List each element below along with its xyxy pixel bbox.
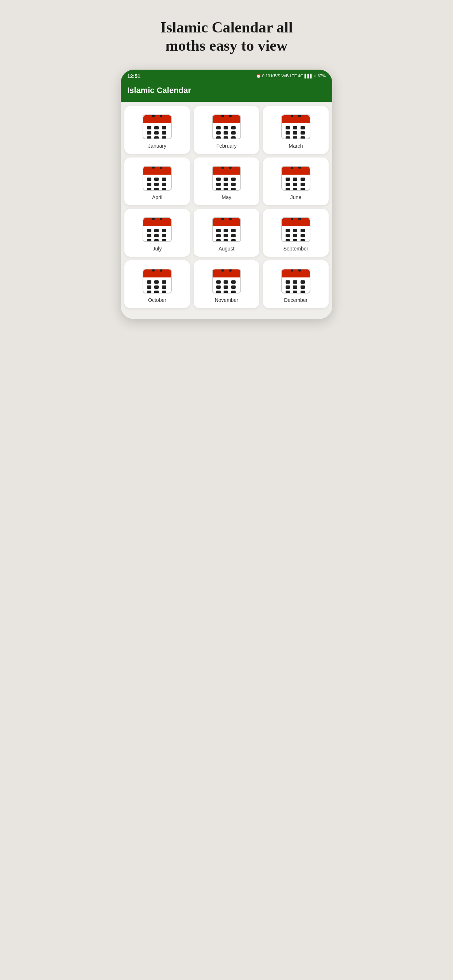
calendar-dot: [223, 239, 228, 242]
calendar-icon-september: [281, 215, 310, 242]
month-card-september[interactable]: September: [263, 209, 329, 257]
calendar-dot: [216, 183, 221, 186]
calendar-dot: [162, 131, 166, 135]
calendar-dot: [154, 188, 159, 191]
headline-line1: Islamic Calendar all: [160, 19, 292, 36]
month-label-july: July: [153, 246, 162, 251]
calendar-dot: [216, 285, 221, 289]
calendar-dot: [147, 188, 152, 191]
month-label-june: June: [290, 194, 301, 200]
calendar-icon-february: [212, 112, 241, 139]
calendar-dot: [286, 136, 290, 139]
calendar-dot: [147, 183, 152, 186]
calendar-dot: [293, 178, 297, 181]
calendar-grid: JanuaryFebruaryMarchAprilMayJuneJulyAugu…: [121, 102, 332, 319]
status-icons: ⏰ 0.13 KB/S VoB LTE 4G ▌▌▌ ○ 67%: [256, 74, 326, 78]
calendar-dot: [293, 183, 297, 186]
calendar-dot: [223, 280, 228, 284]
month-card-december[interactable]: December: [263, 260, 329, 308]
calendar-dot: [293, 234, 297, 237]
month-label-october: October: [148, 297, 166, 303]
calendar-dot: [154, 178, 159, 181]
calendar-dot: [286, 183, 290, 186]
calendar-dot: [286, 126, 290, 129]
calendar-dot: [154, 183, 159, 186]
month-card-march[interactable]: March: [263, 106, 329, 154]
calendar-dot: [147, 136, 152, 139]
calendar-icon-june: [281, 163, 310, 191]
calendar-dot: [301, 136, 305, 139]
calendar-dot: [286, 291, 290, 293]
calendar-dot: [154, 285, 159, 289]
calendar-dot: [147, 291, 152, 293]
month-label-may: May: [222, 194, 231, 200]
calendar-icon-december: [281, 266, 310, 293]
calendar-icon-november: [212, 266, 241, 293]
page-wrapper: Islamic Calendar all moths easy to view …: [113, 7, 340, 319]
calendar-dot: [231, 229, 236, 232]
phone-frame: 12:51 ⏰ 0.13 KB/S VoB LTE 4G ▌▌▌ ○ 67% I…: [121, 70, 332, 319]
calendar-dot: [216, 291, 221, 293]
calendar-dot: [223, 178, 228, 181]
calendar-icon-march: [281, 112, 310, 139]
calendar-dot: [147, 178, 152, 181]
calendar-dot: [223, 285, 228, 289]
calendar-dot: [286, 285, 290, 289]
month-label-february: February: [216, 143, 237, 149]
calendar-dot: [231, 183, 236, 186]
month-label-november: November: [215, 297, 239, 303]
calendar-dot: [301, 183, 305, 186]
calendar-dot: [154, 126, 159, 129]
calendar-dot: [293, 291, 297, 293]
calendar-dot: [223, 131, 228, 135]
month-card-may[interactable]: May: [194, 158, 259, 205]
month-card-august[interactable]: August: [194, 209, 259, 257]
calendar-dot: [162, 188, 166, 191]
calendar-dot: [154, 136, 159, 139]
calendar-dot: [231, 291, 236, 293]
calendar-dot: [301, 291, 305, 293]
calendar-dot: [231, 178, 236, 181]
month-row-0: JanuaryFebruaryMarch: [124, 106, 329, 154]
month-card-november[interactable]: November: [194, 260, 259, 308]
calendar-icon-april: [143, 163, 172, 191]
calendar-dot: [162, 229, 166, 232]
calendar-dot: [293, 285, 297, 289]
calendar-dot: [223, 229, 228, 232]
month-label-march: March: [289, 143, 303, 149]
calendar-dot: [223, 188, 228, 191]
calendar-dot: [301, 280, 305, 284]
calendar-dot: [216, 188, 221, 191]
calendar-dot: [293, 126, 297, 129]
month-card-january[interactable]: January: [124, 106, 190, 154]
month-card-february[interactable]: February: [194, 106, 259, 154]
month-label-december: December: [284, 297, 308, 303]
calendar-dot: [154, 239, 159, 242]
calendar-dot: [147, 126, 152, 129]
calendar-icon-july: [143, 215, 172, 242]
calendar-dot: [154, 234, 159, 237]
app-header: Islamic Calendar: [121, 82, 332, 102]
month-card-october[interactable]: October: [124, 260, 190, 308]
calendar-dot: [223, 183, 228, 186]
calendar-dot: [231, 234, 236, 237]
calendar-dot: [301, 234, 305, 237]
app-title: Islamic Calendar: [127, 86, 191, 95]
calendar-dot: [147, 131, 152, 135]
calendar-dot: [231, 131, 236, 135]
month-card-april[interactable]: April: [124, 158, 190, 205]
calendar-dot: [147, 280, 152, 284]
calendar-dot: [301, 229, 305, 232]
month-card-june[interactable]: June: [263, 158, 329, 205]
calendar-dot: [154, 229, 159, 232]
month-card-july[interactable]: July: [124, 209, 190, 257]
calendar-dot: [154, 291, 159, 293]
calendar-dot: [293, 229, 297, 232]
calendar-icon-may: [212, 163, 241, 191]
calendar-dot: [216, 136, 221, 139]
calendar-dot: [286, 178, 290, 181]
calendar-dot: [216, 239, 221, 242]
calendar-dot: [293, 131, 297, 135]
calendar-dot: [162, 234, 166, 237]
calendar-dot: [301, 131, 305, 135]
